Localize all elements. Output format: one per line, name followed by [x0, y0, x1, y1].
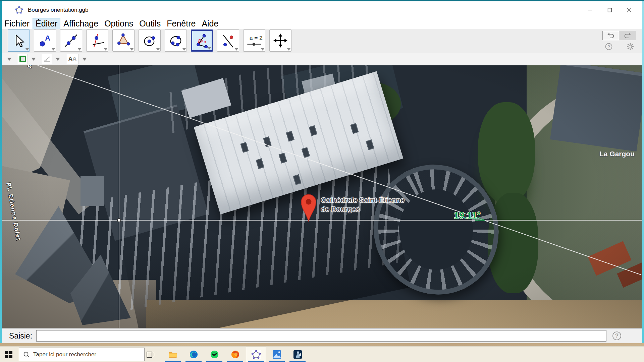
tool-dropdown-arrow[interactable] [52, 48, 55, 51]
text-style-button[interactable]: AA [66, 54, 79, 64]
color-swatch [19, 56, 26, 62]
slider-label: a = 2 [250, 35, 263, 41]
spotify-icon [210, 350, 219, 359]
angle-style-button[interactable] [42, 54, 52, 64]
slider-tool-button[interactable]: a = 2 [243, 29, 265, 52]
input-help-icon[interactable]: ? [612, 331, 621, 340]
tool-dropdown-arrow[interactable] [25, 48, 29, 51]
conic-through-points-icon [168, 33, 183, 48]
angle-tool-button[interactable]: α [191, 29, 213, 52]
menu-fichier[interactable]: Fichier [2, 18, 32, 29]
window-title: Bourges orientation.ggb [28, 7, 89, 13]
pin-label-line1: Cathédrale Saint-Étienne [321, 195, 405, 204]
move-cursor-icon [11, 33, 26, 48]
polygon-tool-button[interactable] [112, 29, 135, 52]
perpendicular-line-tool-button[interactable] [86, 29, 108, 52]
taskbar-app-firefox[interactable] [225, 347, 245, 362]
search-icon [23, 351, 30, 358]
tool-dropdown-arrow[interactable] [287, 48, 290, 51]
circle-icon [142, 33, 157, 48]
stylebar-toggle-arrow[interactable] [7, 58, 12, 61]
circle-tool-button[interactable] [139, 29, 161, 52]
taskbar-app-kindle[interactable] [287, 347, 308, 362]
pin-label: Cathédrale Saint-Étienne de Bourges [321, 195, 405, 214]
desktop-screen: Bourges orientation.ggb Fichier Éditer A… [0, 0, 644, 362]
angle-value-label[interactable]: 19.11° [454, 210, 481, 221]
running-indicator [248, 361, 264, 362]
text-style-dropdown-arrow[interactable] [82, 58, 87, 61]
perpendicular-line-icon [90, 33, 105, 48]
geogebra-taskbar-icon [252, 350, 261, 359]
file-explorer-icon [168, 350, 177, 359]
svg-text:A: A [45, 34, 50, 42]
help-icon[interactable]: ? [605, 43, 612, 50]
tool-dropdown-arrow[interactable] [235, 48, 238, 51]
reflection-icon [221, 33, 235, 48]
color-swatch-button[interactable] [18, 54, 28, 64]
taskbar-app-edge[interactable] [183, 347, 204, 362]
tool-dropdown-arrow[interactable] [104, 48, 107, 51]
point-tool-button[interactable]: A [34, 29, 56, 52]
menu-fenetre[interactable]: Fenêtre [164, 18, 198, 29]
running-indicator [227, 361, 243, 362]
menu-aide[interactable]: Aide [199, 18, 221, 29]
move-view-arrows-icon [273, 33, 288, 48]
taskbar-search-box[interactable]: Taper ici pour rechercher [19, 348, 145, 361]
graphics-view[interactable]: Pl. E Pl. Etienne Dolet La Gargou Cathéd… [2, 65, 642, 328]
title-bar[interactable]: Bourges orientation.ggb [2, 1, 642, 18]
taskbar: Taper ici pour rechercher [0, 346, 644, 362]
menu-affichage[interactable]: Affichage [61, 18, 101, 29]
minimize-button[interactable] [581, 3, 600, 17]
edge-icon [189, 350, 198, 359]
start-button[interactable] [5, 351, 13, 359]
tool-dropdown-arrow[interactable] [182, 48, 186, 51]
close-button[interactable] [620, 3, 639, 17]
map-pin-hole [306, 199, 312, 205]
algebra-input[interactable] [36, 330, 606, 342]
angle-style-dropdown-arrow[interactable] [55, 58, 60, 61]
tool-dropdown-arrow[interactable] [261, 48, 264, 51]
minimize-icon [588, 8, 593, 12]
firefox-icon [231, 350, 240, 359]
conic-tool-button[interactable] [165, 29, 187, 52]
reflection-tool-button[interactable] [217, 29, 239, 52]
angle-icon: α [195, 33, 209, 48]
move-graphics-view-tool-button[interactable] [269, 29, 291, 52]
gear-icon[interactable] [627, 43, 634, 50]
input-label: Saisie: [9, 331, 32, 341]
polygon-icon [116, 33, 131, 48]
oblique-line[interactable] [38, 65, 641, 275]
menu-options[interactable]: Options [102, 18, 136, 29]
taskbar-app-file-explorer[interactable] [163, 347, 183, 362]
line-icon [64, 33, 78, 48]
kindle-icon [293, 350, 302, 359]
text-style-label: AA [68, 56, 77, 62]
maximize-button[interactable] [600, 3, 620, 17]
angle-style-icon [43, 55, 51, 63]
move-tool-button[interactable] [8, 29, 30, 52]
geogebra-logo-icon [15, 6, 23, 14]
redo-button[interactable] [619, 31, 636, 40]
color-dropdown-arrow[interactable] [31, 58, 36, 61]
tool-dropdown-arrow[interactable] [156, 48, 160, 51]
taskbar-app-geogebra[interactable] [246, 347, 266, 362]
running-indicator [165, 361, 181, 362]
menu-outils[interactable]: Outils [137, 18, 163, 29]
toolbar: A [2, 29, 642, 53]
taskbar-app-spotify[interactable] [204, 347, 224, 362]
line-tool-button[interactable] [60, 29, 82, 52]
running-indicator [289, 361, 306, 362]
tool-dropdown-arrow[interactable] [130, 48, 133, 51]
style-bar: AA [2, 53, 642, 65]
slider-icon: a = 2 [246, 33, 263, 48]
tool-dropdown-arrow[interactable] [208, 47, 211, 50]
tool-dropdown-arrow[interactable] [78, 48, 81, 51]
menu-editer[interactable]: Éditer [33, 18, 60, 29]
taskbar-app-photos[interactable] [267, 347, 287, 362]
undo-button[interactable] [602, 31, 619, 40]
place-label-right: La Gargou [599, 150, 635, 158]
input-bar: Saisie: ? [2, 328, 642, 343]
task-view-button[interactable] [146, 351, 154, 359]
intersection-point[interactable] [117, 219, 121, 222]
svg-text:?: ? [608, 45, 610, 49]
